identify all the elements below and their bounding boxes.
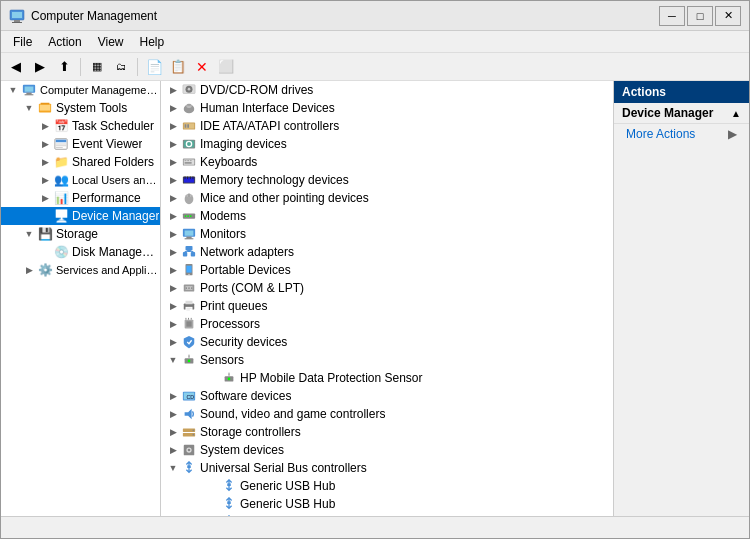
menu-action[interactable]: Action (40, 33, 89, 51)
center-item-memory[interactable]: ▶ Memory technology devices (161, 171, 613, 189)
center-item-dvd[interactable]: ▶ DVD/CD-ROM drives (161, 81, 613, 99)
right-panel: Actions Device Manager ▲ More Actions ▶ (614, 81, 749, 516)
toolbar-forward[interactable]: ▶ (29, 56, 51, 78)
toolbar-view[interactable]: 🗂 (110, 56, 132, 78)
menu-help[interactable]: Help (132, 33, 173, 51)
center-item-sensors[interactable]: ▼ Sensors (161, 351, 613, 369)
close-button[interactable]: ✕ (715, 6, 741, 26)
center-item-imaging[interactable]: ▶ Imaging devices (161, 135, 613, 153)
svg-rect-49 (185, 231, 194, 236)
tree-label: Sound, video and game controllers (200, 407, 385, 421)
expand-icon: ▶ (165, 100, 181, 116)
expand-icon: ▶ (37, 172, 53, 188)
center-panel: ▶ DVD/CD-ROM drives ▶ Human Interface De… (161, 81, 614, 516)
svg-rect-32 (187, 160, 189, 161)
tree-label: Imaging devices (200, 137, 287, 151)
center-item-usb-hub1[interactable]: Generic USB Hub (161, 477, 613, 495)
tree-item-performance[interactable]: ▶ 📊 Performance (1, 189, 160, 207)
expand-icon: ▶ (165, 244, 181, 260)
svg-rect-54 (183, 252, 187, 256)
tree-item-event-viewer[interactable]: ▶ Event Viewer (1, 135, 160, 153)
tree-item-disk-management[interactable]: 💿 Disk Management (1, 243, 160, 261)
menu-file[interactable]: File (5, 33, 40, 51)
svg-rect-39 (190, 177, 191, 180)
title-buttons: ─ □ ✕ (659, 6, 741, 26)
expand-icon: ▶ (165, 226, 181, 242)
tree-item-shared-folders[interactable]: ▶ 📁 Shared Folders (1, 153, 160, 171)
tree-item-services[interactable]: ▶ ⚙️ Services and Applications (1, 261, 160, 279)
tree-label: System Tools (56, 101, 127, 115)
toolbar-back[interactable]: ◀ (5, 56, 27, 78)
maximize-button[interactable]: □ (687, 6, 713, 26)
expand-icon (37, 244, 53, 260)
center-item-hp-sensor[interactable]: HP Mobile Data Protection Sensor (161, 369, 613, 387)
actions-section-device-manager[interactable]: Device Manager ▲ (614, 103, 749, 124)
center-item-storage-ctrl[interactable]: ▶ Storage controllers (161, 423, 613, 441)
minimize-button[interactable]: ─ (659, 6, 685, 26)
expand-icon: ▶ (165, 298, 181, 314)
perf-icon: 📊 (53, 190, 69, 206)
center-item-usb-hub2[interactable]: Generic USB Hub (161, 495, 613, 513)
tree-label: Performance (72, 191, 141, 205)
expand-icon: ▶ (165, 82, 181, 98)
center-item-mice[interactable]: ▶ Mice and other pointing devices (161, 189, 613, 207)
center-item-processors[interactable]: ▶ Processors (161, 315, 613, 333)
actions-header: Actions (614, 81, 749, 103)
center-item-print[interactable]: ▶ Print queues (161, 297, 613, 315)
tree-item-system-tools[interactable]: ▼ System Tools (1, 99, 160, 117)
svg-rect-50 (186, 237, 191, 239)
folder-icon: 📁 (53, 154, 69, 170)
expand-icon: ▶ (165, 118, 181, 134)
center-item-monitors[interactable]: ▶ Monitors (161, 225, 613, 243)
tree-label: Mice and other pointing devices (200, 191, 369, 205)
toolbar: ◀ ▶ ⬆ ▦ 🗂 📄 📋 ✕ ⬜ (1, 53, 749, 81)
center-item-security[interactable]: ▶ Security devices (161, 333, 613, 351)
svg-point-64 (188, 287, 190, 289)
tree-item-local-users[interactable]: ▶ 👥 Local Users and Groups (1, 171, 160, 189)
expand-icon: ▶ (165, 334, 181, 350)
toolbar-properties[interactable]: 📋 (167, 56, 189, 78)
center-item-usb[interactable]: ▼ Universal Serial Bus controllers (161, 459, 613, 477)
tree-item-storage[interactable]: ▼ 💾 Storage (1, 225, 160, 243)
keyboard-icon (181, 154, 197, 170)
toolbar-help[interactable]: ⬜ (215, 56, 237, 78)
toolbar-new[interactable]: 📄 (143, 56, 165, 78)
tree-item-device-manager[interactable]: 🖥️ Device Manager (1, 207, 160, 225)
imaging-icon (181, 136, 197, 152)
tree-label: Shared Folders (72, 155, 154, 169)
hp-sensor-icon (221, 370, 237, 386)
tree-item-computer-management[interactable]: ▼ Computer Management (Local (1, 81, 160, 99)
expand-icon: ▶ (165, 190, 181, 206)
task-icon: 📅 (53, 118, 69, 134)
tree-label: Disk Management (72, 245, 160, 259)
expand-icon (205, 370, 221, 386)
tree-label: Processors (200, 317, 260, 331)
center-item-system[interactable]: ▶ System devices (161, 441, 613, 459)
center-item-hid[interactable]: ▶ Human Interface Devices (161, 99, 613, 117)
svg-point-90 (188, 449, 191, 452)
center-item-software[interactable]: ▶ CD Software devices (161, 387, 613, 405)
tree-item-task-scheduler[interactable]: ▶ 📅 Task Scheduler (1, 117, 160, 135)
expand-icon: ▶ (165, 154, 181, 170)
center-item-network[interactable]: ▶ Network adapters (161, 243, 613, 261)
center-item-intel-1e26[interactable]: Intel(R) 7 Series/C216 Chipset Family US… (161, 513, 613, 516)
center-item-ide[interactable]: ▶ IDE ATA/ATAPI controllers (161, 117, 613, 135)
center-item-modems[interactable]: ▶ Modems (161, 207, 613, 225)
center-item-ports[interactable]: ▶ Ports (COM & LPT) (161, 279, 613, 297)
svg-rect-69 (186, 308, 191, 309)
svg-point-45 (185, 215, 187, 217)
expand-icon: ▶ (165, 172, 181, 188)
tree-label: Network adapters (200, 245, 294, 259)
svg-rect-9 (40, 105, 51, 111)
tree-label: Security devices (200, 335, 287, 349)
menu-view[interactable]: View (90, 33, 132, 51)
toolbar-delete[interactable]: ✕ (191, 56, 213, 78)
toolbar-up[interactable]: ⬆ (53, 56, 75, 78)
toolbar-show-hide[interactable]: ▦ (86, 56, 108, 78)
center-item-keyboards[interactable]: ▶ Keyboards (161, 153, 613, 171)
center-item-sound[interactable]: ▶ Sound, video and game controllers (161, 405, 613, 423)
system-tools-icon (37, 100, 53, 116)
tree-label: Services and Applications (56, 264, 160, 276)
actions-more-actions[interactable]: More Actions ▶ (614, 124, 749, 144)
center-item-portable[interactable]: ▶ Portable Devices (161, 261, 613, 279)
